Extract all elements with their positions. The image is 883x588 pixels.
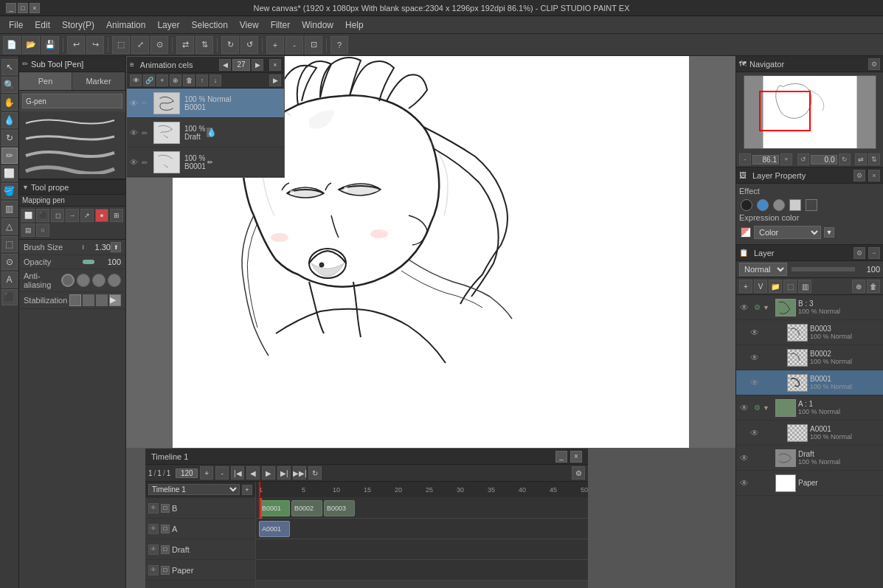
layer-settings-b3[interactable]: ⚙ [751, 303, 763, 311]
anim-cels-prev[interactable]: ◀ [219, 59, 231, 71]
timeline-add-button[interactable]: + [242, 485, 252, 495]
track-draft-frames[interactable] [256, 539, 588, 560]
layer-paper[interactable]: 👁 Paper [736, 471, 883, 496]
tool-text[interactable]: A [1, 271, 18, 288]
tab-marker[interactable]: Marker [72, 72, 125, 90]
cel-b0003[interactable]: B0003 [324, 500, 355, 516]
layer-vis-b0002[interactable]: 👁 [748, 351, 761, 364]
minimize-button[interactable]: _ [6, 3, 16, 13]
menu-file[interactable]: File [3, 18, 29, 32]
loop-button[interactable]: ↻ [308, 466, 322, 480]
menu-layer[interactable]: Layer [151, 18, 185, 32]
fit-button[interactable]: ⊡ [305, 36, 322, 54]
tool-selection-rect[interactable]: ⬚ [1, 236, 18, 252]
layer-vis-a1[interactable]: 👁 [738, 401, 751, 415]
nav-rotation-input[interactable] [811, 155, 837, 165]
canvas-area[interactable]: ≡ Animation cels ◀ ▶ × 👁 🔗 + ⊕ 🗑 ↑ ↓ [126, 56, 735, 588]
track-b-frames[interactable]: B0001 B0002 B0003 [256, 498, 588, 519]
next-frame-button[interactable]: ▶| [277, 466, 291, 480]
goto-start-button[interactable]: |◀ [231, 466, 244, 480]
layer-vis-b3[interactable]: 👁 [738, 301, 751, 314]
layer-vis-a0001[interactable]: 👁 [748, 426, 761, 440]
track-label-draft[interactable]: 👁 □ Draft [145, 539, 255, 560]
effect-option-gray[interactable] [773, 199, 785, 211]
new-file-button[interactable]: 📄 [3, 36, 21, 54]
save-file-button[interactable]: 💾 [41, 36, 59, 54]
tool-frame[interactable]: ⬛ [1, 289, 18, 305]
nav-zoom-in[interactable]: + [780, 153, 792, 165]
layer-b0003[interactable]: 👁 B0003 100 % Normal [736, 320, 883, 345]
timeline-select[interactable]: Timeline 1 [148, 484, 240, 495]
track-label-a[interactable]: 👁 □ A [145, 519, 255, 539]
layer-b0002[interactable]: 👁 B0002 100 % Normal [736, 345, 883, 370]
nav-flip-v[interactable]: ⇅ [868, 153, 880, 165]
tool-prop-btn-7[interactable]: ⊞ [110, 209, 123, 222]
nav-flip-h[interactable]: ⇄ [855, 153, 867, 165]
layer-draft[interactable]: 👁 Draft 100 % Normal [736, 446, 883, 471]
tool-eyedropper[interactable]: 💧 [1, 112, 18, 128]
layer-opacity-slider[interactable] [792, 267, 855, 271]
open-file-button[interactable]: 📂 [22, 36, 40, 54]
remove-cel-button[interactable]: - [215, 466, 229, 480]
menu-edit[interactable]: Edit [29, 18, 56, 32]
tool-eraser[interactable]: ⬜ [1, 165, 18, 181]
cel-btn-move-down[interactable]: ↓ [210, 75, 221, 86]
tool-prop-btn-2[interactable]: ⬛ [36, 209, 49, 222]
tool-prop-btn-5[interactable]: ↗ [80, 209, 94, 222]
close-button[interactable]: × [30, 3, 40, 13]
tool-prop-btn-1[interactable]: ⬜ [21, 209, 35, 222]
tool-cursor[interactable]: ↖ [1, 59, 18, 75]
undo-button[interactable]: ↩ [67, 36, 85, 54]
timeline-frames[interactable]: 1 5 10 15 20 25 30 35 40 45 50 [256, 482, 588, 588]
menu-window[interactable]: Window [296, 18, 339, 32]
add-cel-button[interactable]: + [200, 466, 213, 480]
layer-a0001[interactable]: 👁 A0001 100 % Normal [736, 421, 883, 446]
stab-option-2[interactable] [83, 294, 94, 306]
nav-rotate-cw[interactable]: ↻ [839, 153, 851, 165]
lasso-button[interactable]: ⊙ [150, 36, 168, 54]
nav-rotate-ccw[interactable]: ↺ [797, 153, 809, 165]
effect-option-pattern[interactable] [789, 199, 801, 211]
fill-layer-button[interactable]: ▥ [798, 280, 811, 293]
cel-btn-dup[interactable]: ⊕ [170, 75, 181, 86]
total-frames-input[interactable] [176, 468, 198, 478]
tool-lasso[interactable]: ⊙ [1, 254, 18, 270]
navigator-viewport[interactable] [759, 91, 811, 131]
stab-option-1[interactable] [69, 294, 81, 306]
track-vis-b[interactable]: 👁 [148, 503, 159, 513]
layer-vis-paper[interactable]: 👁 [738, 477, 751, 490]
cel-b0001[interactable]: B0001 [259, 500, 290, 516]
menu-help[interactable]: Help [339, 18, 370, 32]
menu-animation[interactable]: Animation [100, 18, 151, 32]
fold-b3[interactable]: ▼ [763, 304, 773, 311]
layer-folder-b3[interactable]: 👁 ⚙ ▼ B : 3 100 % Normal [736, 295, 883, 320]
effect-option-black[interactable] [741, 199, 752, 211]
tool-prop-btn-6[interactable]: ● [95, 209, 108, 222]
flip-vertical-button[interactable]: ⇅ [195, 36, 213, 54]
tool-pen[interactable]: ✏ [1, 148, 18, 164]
menu-story[interactable]: Story(P) [56, 18, 100, 32]
cel-btn-add[interactable]: + [156, 75, 168, 86]
layer-vis-draft[interactable]: 👁 [738, 452, 751, 465]
nav-settings-button[interactable]: ⚙ [868, 58, 880, 70]
tool-bucket[interactable]: 🪣 [1, 183, 18, 199]
tl-settings-button[interactable]: ⚙ [572, 466, 585, 480]
menu-selection[interactable]: Selection [185, 18, 233, 32]
brush-sample-1[interactable] [22, 114, 118, 128]
merge-layers-button[interactable]: ⊕ [852, 280, 865, 293]
aa-option-2[interactable] [77, 274, 90, 287]
stab-option-3[interactable] [96, 294, 108, 306]
new-folder-layer-button[interactable]: 📁 [769, 280, 782, 293]
cel-btn-link[interactable]: 🔗 [143, 75, 155, 86]
cel-item-1[interactable]: 👁 ✏ 100 % Normal B0001 [127, 89, 284, 118]
tab-pen[interactable]: Pen [19, 72, 72, 90]
brush-sample-2[interactable] [22, 130, 118, 143]
flip-horizontal-button[interactable]: ⇄ [176, 36, 194, 54]
track-paper-frames[interactable] [256, 560, 588, 581]
opacity-slider[interactable] [83, 260, 94, 264]
tool-prop-btn-8[interactable]: ▤ [21, 224, 35, 237]
tool-prop-btn-9[interactable]: ○ [36, 224, 49, 237]
expression-select[interactable]: Color Gray Monochrome [754, 226, 821, 239]
new-vector-layer-button[interactable]: V [754, 280, 767, 293]
aa-option-3[interactable] [92, 274, 105, 287]
